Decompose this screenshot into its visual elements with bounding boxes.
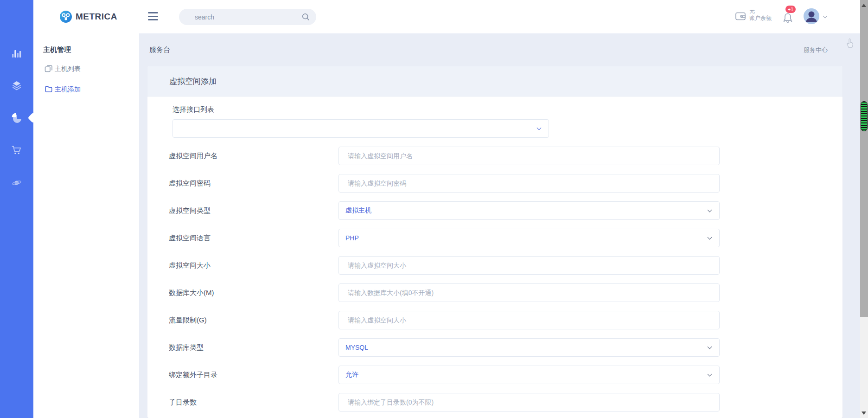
field-label: 虚拟空间密码: [169, 179, 338, 188]
icon-rail: [0, 0, 33, 418]
field-label: 选择接口列表: [172, 105, 842, 114]
wallet-icon[interactable]: [735, 11, 746, 24]
field-label: 虚拟空间类型: [169, 206, 338, 215]
subdir-count-input[interactable]: [338, 393, 720, 412]
layers-icon[interactable]: [11, 80, 22, 91]
field-label: 绑定额外子目录: [169, 371, 338, 379]
scrollbar-thumb[interactable]: [861, 101, 868, 131]
metrica-logo-icon: [59, 10, 72, 23]
interface-list-select[interactable]: [172, 119, 549, 138]
vs-language-select[interactable]: PHP: [338, 229, 720, 247]
cart-icon[interactable]: [11, 145, 22, 156]
bind-subdir-select[interactable]: 允许: [338, 366, 720, 384]
field-label: 虚拟空间大小: [169, 261, 338, 270]
scroll-up-arrow[interactable]: [862, 4, 866, 7]
select-value: 虚拟主机: [345, 206, 371, 215]
card-body: 选择接口列表 虚拟空间用户名 虚拟空间密码 虚拟空间类型 虚拟主机: [147, 96, 842, 418]
field-label: 虚拟空间用户名: [169, 152, 338, 161]
folder-icon: [45, 85, 53, 95]
chevron-down-icon: [708, 372, 712, 377]
balance-label: 账户余额: [749, 15, 772, 22]
search-bar: [179, 9, 316, 25]
brand-name: METRICA: [76, 12, 117, 22]
scrollbar-track[interactable]: [860, 0, 868, 317]
content-area: 服务台 服务中心 虚拟空间添加 选择接口列表 虚拟空间用户名 虚拟空间密码: [139, 33, 860, 418]
card-title: 虚拟空间添加: [147, 66, 842, 96]
scroll-down-arrow[interactable]: [862, 412, 866, 415]
service-center-link[interactable]: 服务中心: [804, 46, 828, 54]
chevron-down-icon: [537, 126, 542, 130]
pie-chart-icon[interactable]: [11, 112, 22, 123]
chevron-down-icon: [708, 235, 712, 240]
vs-size-input[interactable]: [338, 256, 720, 275]
notification-badge: +1: [785, 6, 796, 13]
chevron-down-icon: [708, 208, 712, 212]
sidebar-item-host-add[interactable]: 主机添加: [33, 83, 139, 96]
field-label: 子目录数: [169, 398, 338, 407]
planet-icon[interactable]: [11, 177, 22, 188]
card-header: 虚拟空间添加: [147, 66, 842, 96]
menu-toggle-button[interactable]: [148, 12, 158, 21]
sidebar-item-label: 主机添加: [55, 85, 81, 94]
vertical-scrollbar[interactable]: [860, 0, 868, 418]
user-avatar[interactable]: [804, 8, 819, 24]
bar-chart-icon[interactable]: [11, 48, 22, 59]
select-value: 允许: [345, 371, 358, 379]
sidebar-item-label: 主机列表: [55, 65, 81, 73]
account-balance[interactable]: 元 账户余额: [749, 8, 772, 22]
vs-password-input[interactable]: [338, 174, 720, 193]
mouse-cursor: [845, 37, 854, 50]
field-label: 流量限制(G): [169, 316, 338, 325]
chevron-down-icon: [708, 345, 712, 349]
sidebar-item-host-list[interactable]: 主机列表: [33, 62, 139, 76]
field-label: 数据库大小(M): [169, 289, 338, 297]
copy-icon: [45, 64, 53, 75]
side-menu: 主机管理 主机列表 主机添加: [33, 33, 139, 418]
search-icon[interactable]: [301, 13, 310, 23]
vs-username-input[interactable]: [338, 147, 720, 165]
vs-type-select[interactable]: 虚拟主机: [338, 201, 720, 220]
top-header: METRICA 元 账户余额 +1: [33, 0, 860, 33]
balance-amount: 元: [749, 8, 772, 15]
db-size-input[interactable]: [338, 283, 720, 302]
bell-icon: [782, 12, 794, 26]
field-label: 数据库类型: [169, 343, 338, 352]
menu-section-title: 主机管理: [43, 45, 71, 54]
search-input[interactable]: [195, 9, 292, 25]
user-menu-chevron-icon[interactable]: [823, 14, 828, 19]
brand-logo[interactable]: METRICA: [59, 10, 117, 23]
page-title: 服务台: [149, 45, 170, 54]
db-type-select[interactable]: MYSQL: [338, 338, 720, 357]
form-card: 虚拟空间添加 选择接口列表 虚拟空间用户名 虚拟空间密码 虚拟空间类型: [147, 66, 842, 418]
field-label: 虚拟空间语言: [169, 234, 338, 243]
traffic-limit-input[interactable]: [338, 311, 720, 329]
notifications-button[interactable]: +1: [779, 7, 799, 28]
select-value: PHP: [345, 234, 359, 242]
select-value: MYSQL: [345, 344, 368, 351]
